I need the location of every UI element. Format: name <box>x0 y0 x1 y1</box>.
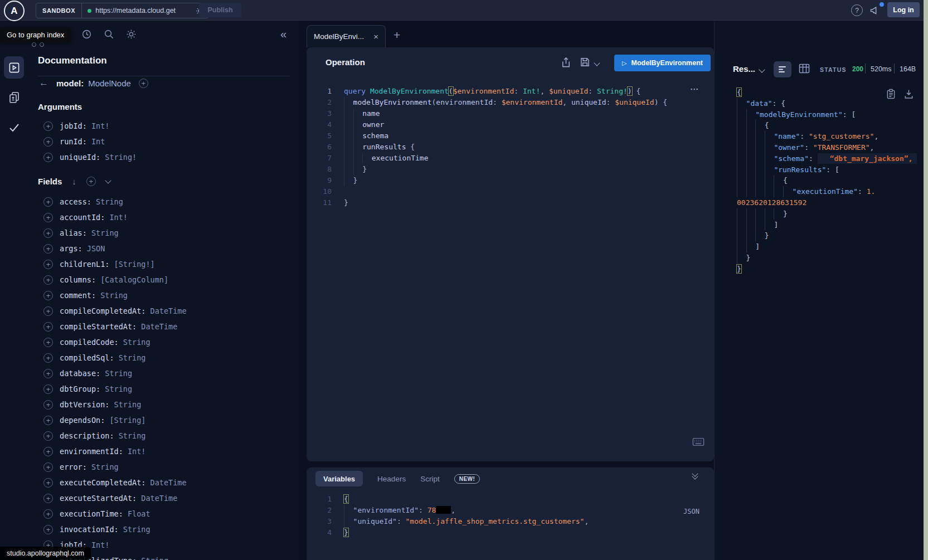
field-signature: description: String <box>60 431 145 440</box>
add-field-button[interactable]: + <box>43 384 53 394</box>
documentation-title: Documentation <box>38 55 107 66</box>
field-signature: executeCompletedAt: DateTime <box>60 478 187 487</box>
field-row: +invocationId: String <box>28 522 299 537</box>
endpoint-url-input[interactable]: https://metadata.cloud.get <box>95 7 195 14</box>
add-all-fields-button[interactable]: + <box>86 177 96 186</box>
field-signature: dependsOn: [String] <box>60 416 145 425</box>
add-field-button[interactable]: + <box>43 431 53 441</box>
field-row: +accountId: Int! <box>28 210 299 225</box>
add-field-button[interactable]: + <box>43 478 53 488</box>
header-divider <box>894 64 895 74</box>
add-field-button[interactable]: + <box>43 260 53 269</box>
code-line: 4} <box>307 527 714 538</box>
field-signature: executeStartedAt: DateTime <box>60 494 177 503</box>
add-field-button[interactable]: + <box>43 338 53 347</box>
code-line: 5schema <box>307 130 714 142</box>
code-line: 9} <box>307 175 714 186</box>
header-divider <box>865 64 866 74</box>
add-field-button[interactable]: + <box>43 447 53 456</box>
list-lines-icon <box>778 66 787 73</box>
add-field-button[interactable]: + <box>43 462 53 472</box>
collapse-bottom-panel-icon[interactable] <box>693 473 697 479</box>
field-row: +comment: String <box>28 288 299 303</box>
add-field-button[interactable]: + <box>43 228 53 238</box>
add-field-button[interactable]: + <box>43 322 53 332</box>
response-json-viewer[interactable]: {"data": {"modelByEnvironment": [{"name"… <box>714 87 924 275</box>
run-operation-button[interactable]: ▷ ModelByEnvironment <box>614 55 711 71</box>
breadcrumb-type-link[interactable]: ModelNode <box>88 79 131 88</box>
code-line: "data": { <box>737 98 924 109</box>
add-field-button[interactable]: + <box>43 291 53 300</box>
history-icon[interactable] <box>81 29 92 40</box>
sidebar-item-schema-diff[interactable] <box>8 91 21 104</box>
add-field-button[interactable]: + <box>43 306 53 316</box>
clone-documents-icon <box>8 91 21 104</box>
login-button[interactable]: Log in <box>887 2 920 17</box>
argument-row: +uniqueId: String! <box>28 149 299 165</box>
sidebar-item-checks[interactable] <box>8 123 20 133</box>
collapse-panel-icon[interactable]: « <box>280 28 286 41</box>
add-argument-button[interactable]: + <box>43 137 53 147</box>
sidebar-item-explorer[interactable] <box>4 56 24 79</box>
arguments-title: Arguments <box>38 102 82 111</box>
code-line: "executionTime": 1. <box>737 186 924 197</box>
variables-panel: Variables Headers Script NEW! JSON 1{2"e… <box>307 468 714 560</box>
add-field-button[interactable]: + <box>43 525 53 534</box>
add-field-button[interactable]: + <box>43 494 53 503</box>
tab-variables[interactable]: Variables <box>315 471 363 486</box>
share-operation-icon[interactable] <box>561 57 571 68</box>
fields-options-chevron-icon[interactable] <box>105 177 111 183</box>
operation-code-editor[interactable]: 1query ModelByEnvironment($environmentId… <box>307 86 714 208</box>
field-row: +executeCompletedAt: DateTime <box>28 475 299 490</box>
add-argument-button[interactable]: + <box>43 121 53 131</box>
endpoint-url-group: SANDBOX https://metadata.cloud.get <box>36 3 208 18</box>
publish-button[interactable]: Publish <box>199 3 241 17</box>
sort-descending-icon[interactable]: ↓ <box>72 177 76 186</box>
tooltip-go-to-graph-index: Go to graph index <box>0 27 71 42</box>
field-row: +childrenL1: [String!] <box>28 256 299 272</box>
response-view-list-toggle[interactable] <box>774 61 791 77</box>
response-size: 164B <box>900 65 916 73</box>
variables-code-editor[interactable]: 1{2"environmentId": 78,3"uniqueId": "mod… <box>307 494 714 538</box>
add-field-button[interactable]: + <box>43 197 53 207</box>
tab-headers[interactable]: Headers <box>377 475 406 483</box>
operation-title: Operation <box>325 57 365 67</box>
settings-gear-icon[interactable] <box>126 29 137 40</box>
graph-index-icon[interactable] <box>32 42 44 47</box>
code-line: "owner": "TRANSFORMER", <box>737 142 924 153</box>
run-operation-label: ModelByEnvironment <box>631 59 703 67</box>
code-line: 3"uniqueId": "model.jaffle_shop_metrics.… <box>307 516 714 527</box>
tab-close-icon[interactable]: × <box>373 32 378 41</box>
add-field-button[interactable]: + <box>43 244 53 254</box>
search-icon[interactable] <box>104 29 114 40</box>
add-field-button[interactable]: + <box>43 509 53 519</box>
add-field-button[interactable]: + <box>43 400 53 410</box>
field-signature: comment: String <box>60 291 128 300</box>
field-row: +database: String <box>28 366 299 381</box>
add-type-button[interactable]: + <box>139 79 148 88</box>
add-argument-button[interactable]: + <box>43 153 53 162</box>
add-field-button[interactable]: + <box>43 275 53 285</box>
keyboard-shortcuts-icon[interactable] <box>692 437 704 446</box>
top-bar: A SANDBOX https://metadata.cloud.get Pub… <box>0 0 928 21</box>
argument-row: +jobId: Int! <box>28 118 299 134</box>
code-line: 1query ModelByEnvironment($environmentId… <box>307 86 714 97</box>
tab-modelbyenvironment[interactable]: ModelByEnvi... × <box>307 25 386 47</box>
back-arrow-icon[interactable]: ← <box>39 77 48 89</box>
announcements-icon[interactable] <box>869 4 881 16</box>
code-line: } <box>737 264 924 275</box>
add-field-button[interactable]: + <box>43 369 53 378</box>
play-square-icon <box>8 62 20 74</box>
add-field-button[interactable]: + <box>43 353 53 363</box>
tab-script[interactable]: Script <box>420 475 440 483</box>
save-operation-icon[interactable] <box>580 57 590 67</box>
code-line: 2"environmentId": 78, <box>307 505 714 516</box>
add-field-button[interactable]: + <box>43 213 53 222</box>
sandbox-badge: SANDBOX <box>36 3 82 18</box>
save-options-chevron-icon[interactable] <box>594 60 600 66</box>
response-view-table-toggle[interactable] <box>799 64 810 74</box>
add-field-button[interactable]: + <box>43 416 53 425</box>
help-icon[interactable]: ? <box>851 4 863 16</box>
new-tab-button[interactable]: + <box>393 28 400 42</box>
apollo-logo[interactable]: A <box>4 1 25 21</box>
